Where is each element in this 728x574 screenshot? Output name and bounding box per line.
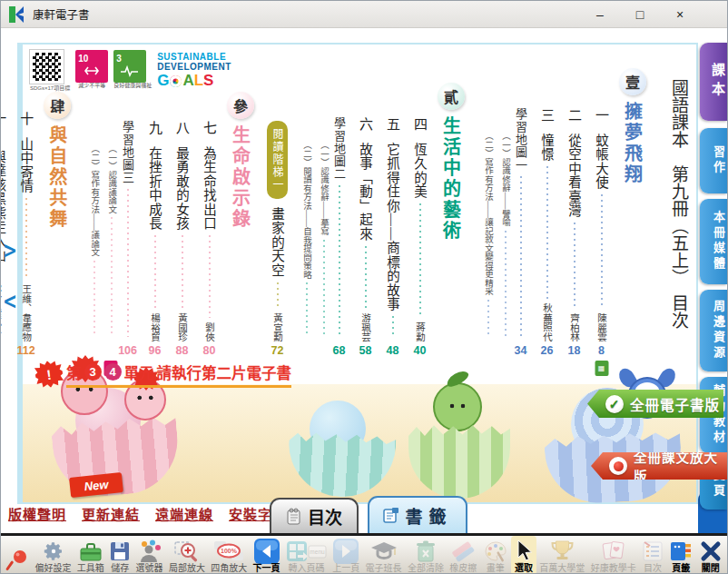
toolbar-toc-list[interactable]: 目次 (639, 536, 666, 574)
page-number: 26 (541, 344, 554, 357)
toolbar-close-x[interactable]: 關閉 (696, 536, 725, 574)
learning-map-entry[interactable]: 學習地圖一34（一）認識修辭——譬喻（二）寫作有方法——讓記敘文變得更精采 (477, 108, 529, 357)
dotted-leader (365, 246, 367, 309)
learning-map-entry[interactable]: 學習地圖三106▦（一）認識議論文（二）寫作有方法——議論文 (84, 121, 137, 357)
dotted-leader (209, 235, 211, 318)
toolbar-label: 百萬大學堂 (539, 563, 585, 573)
toolbar-toolbox[interactable]: 工具箱 (74, 536, 107, 574)
dotted-leader (574, 223, 576, 309)
lesson-title: 山中寄情 (16, 137, 35, 193)
footer-link-2[interactable]: 更新連結 (82, 504, 140, 523)
page-number: 106 (118, 344, 137, 357)
enlarged-text-label: 全冊課文放大版 (634, 447, 727, 485)
toolbar-save[interactable]: 儲存 (107, 536, 133, 574)
toolbar-class-leader[interactable]: 電子班長 (362, 536, 404, 574)
lesson-title: 它抓得住你——商標的故事 (383, 143, 402, 312)
page-number: 34 (515, 344, 527, 357)
page-number: 88 (176, 344, 189, 357)
page-number: 68 (333, 344, 346, 357)
dotted-leader (339, 185, 340, 337)
dotted-leader (182, 235, 183, 309)
toc-lesson[interactable]: 六故事「動」起來游珮芸58 (356, 117, 375, 357)
lesson-title: 憧憬 (537, 134, 556, 162)
toolbar-picker[interactable]: 選號器 (133, 536, 165, 574)
lesson-author: 王維、韋應物 (19, 284, 33, 341)
side-tab-2[interactable]: 習作 (700, 128, 727, 193)
toc-lesson[interactable]: 十山中寄情王維、韋應物112 (16, 112, 35, 357)
toolbar-page-tabs[interactable]: 頁籤 (666, 536, 695, 574)
notebook-icon (286, 508, 301, 525)
toolbar-pin[interactable] (3, 536, 32, 574)
page-forward-arrow[interactable]: > (3, 236, 15, 261)
lesson-author: 秋蕪照代 (540, 303, 554, 341)
eraser-icon (450, 539, 476, 563)
tab-toc[interactable]: 目次 (270, 498, 359, 533)
toolbar-cursor[interactable]: 選取 (511, 536, 536, 574)
footer-link-3[interactable]: 遠端連線 (155, 504, 213, 523)
lesson-author: 齊柏林 (567, 313, 581, 342)
maximize-button[interactable]: □ (620, 7, 660, 22)
toc-lesson[interactable]: 五它抓得住你——商標的故事48 (383, 117, 402, 357)
notice-mid: 單元 (124, 361, 154, 383)
toolbar-gear[interactable]: 偏好設定 (32, 536, 74, 574)
toolbar-label: 畫筆 (487, 563, 505, 573)
toolbar-zoom-local[interactable]: 局部放大 (166, 536, 208, 574)
toolbar-label: 儲存 (111, 563, 129, 573)
toc-lesson[interactable]: 八最勇敢的女孩黃國珍88 (172, 121, 192, 357)
dotted-leader (546, 166, 548, 299)
footer-link-1[interactable]: 版權聲明 (8, 504, 66, 523)
svg-text:menu: menu (310, 549, 325, 555)
page-back-arrow[interactable]: < (3, 287, 15, 312)
toolbar-prev-page[interactable]: 上一頁 (330, 536, 362, 574)
unit-badge: 肆 (44, 92, 71, 119)
dotted-leader (419, 203, 421, 318)
page-number: 58 (359, 344, 372, 357)
toolbar-trophy[interactable]: 百萬大學堂 (536, 536, 587, 574)
learning-map-subitem: （二）閱讀有方法——自我提問策略 (300, 141, 313, 341)
lesson-title: 在挫折中成長 (145, 146, 164, 231)
toc-list-icon (642, 539, 664, 563)
app-logo-icon (9, 6, 25, 23)
toc-lesson[interactable]: 九在挫折中成長楊裕貿96 (145, 121, 164, 357)
toolbar-label: 局部放大 (169, 563, 205, 573)
side-tab-1[interactable]: 課本 (700, 43, 727, 121)
toolbar-next-page[interactable]: 下一頁 (250, 536, 282, 574)
close-button[interactable]: × (660, 7, 700, 22)
learning-map-label: 學習地圖一 (512, 108, 529, 172)
toolbar-zoom-corners[interactable]: 100%四角放大 (208, 536, 250, 574)
dotted-leader (520, 176, 522, 337)
title-bar: 康軒電子書 –□× (1, 1, 727, 28)
toc-lesson[interactable]: 一蚊帳大使陳麗雲8▦ (592, 108, 611, 357)
unit-badge: 參 (227, 92, 254, 119)
toc-lesson[interactable]: 二從空中看臺灣齊柏林18 (565, 108, 584, 357)
unit-header: 貳生活中的藝術 (438, 57, 465, 357)
toc-lesson[interactable]: 三憧憬秋蕪照代26 (537, 108, 556, 357)
sdg-goals-wordmark: GALS (157, 72, 231, 90)
toolbar-teach-cards[interactable]: 好康教學卡 (588, 536, 639, 574)
toolbar-eraser[interactable]: 橡皮擦 (447, 536, 479, 574)
toolbar-brush[interactable]: 畫筆 (479, 536, 510, 574)
learning-map-entry[interactable]: 學習地圖二68（一）認識修辭——摹寫（二）閱讀有方法——自我提問策略 (296, 117, 348, 357)
toolbar-label: 好康教學卡 (591, 563, 636, 573)
learning-map-subitem: （一）認識修辭——譬喻 (499, 132, 512, 341)
enlarged-text-button[interactable]: 全冊課文放大版 (591, 452, 727, 480)
toc-lesson[interactable]: 十一與達駭黑熊走入山林乜寇．索克魯曼122 (0, 112, 8, 357)
tab-bookmarks[interactable]: 書籤 (368, 496, 467, 533)
toolbar-label: 關閉 (702, 563, 720, 573)
lesson-number: 七 (200, 121, 219, 135)
reading-ladder-entry[interactable]: 閱讀階梯一畫家的天空黃宣勳72 (267, 121, 288, 357)
side-tab-4[interactable]: 周邊資源 (700, 290, 727, 371)
toc-lesson[interactable]: 七為生命找出口劉俠80 (200, 121, 219, 357)
side-tab-3[interactable]: 本冊媒體 (700, 199, 727, 284)
toc-lesson[interactable]: 四恆久的美蔣勳40 (410, 117, 429, 357)
lesson-number: 十一 (0, 112, 8, 139)
sdg-badge-3-caption: 良好健康與福祉 (113, 83, 152, 89)
lesson-number: 五 (383, 117, 402, 132)
toolbar-clear-all[interactable]: 全部清除 (405, 536, 447, 574)
minimize-button[interactable]: – (580, 7, 620, 22)
lesson-title: 恆久的美 (410, 143, 429, 199)
page-title: 國語課本 第九冊（五上） 目次 (666, 57, 691, 357)
toolbar-goto-page[interactable]: menu轉入頁碼 (283, 536, 330, 574)
dotted-leader (127, 189, 129, 337)
full-ebook-button[interactable]: ✓ 全冊電子書版 (587, 390, 723, 418)
